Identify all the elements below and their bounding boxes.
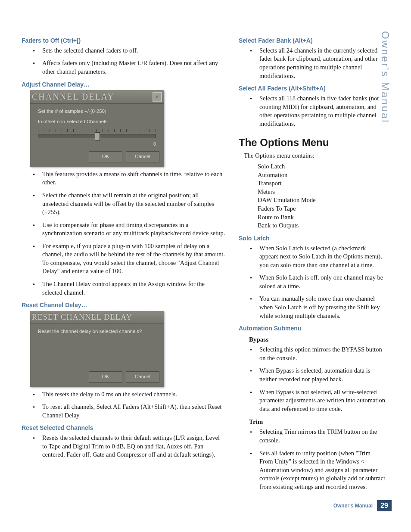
menu-item: Meters — [258, 188, 385, 196]
list-item: When Bypass is selected, automation data… — [247, 367, 385, 383]
dialog-channel-delay: CHANNEL DELAY × Set the # of samples +/-… — [30, 90, 164, 166]
cancel-button[interactable]: Cancel — [126, 371, 159, 383]
list-bypass: Selecting this option mirrors the BYPASS… — [239, 345, 385, 413]
list-item: Select the channels that will remain at … — [30, 191, 226, 217]
options-menu-list: Solo Latch Automation Transport Meters D… — [258, 162, 385, 230]
list-item: Selects all 118 channels in five fader b… — [247, 94, 385, 128]
heading-faders-to-off: Faders to Off (Ctrl+[) — [22, 37, 226, 45]
list-item: Sets all faders to unity position (when … — [247, 449, 385, 492]
list-item: When Bypass is not selected, all write-s… — [247, 388, 385, 414]
page-content: Faders to Off (Ctrl+[) Sets the selected… — [0, 0, 411, 517]
ok-button[interactable]: OK — [89, 151, 122, 162]
heading-adjust-channel-delay: Adjust Channel Delay… — [22, 81, 226, 89]
slider-value: 0 — [38, 141, 156, 147]
heading-select-fader-bank: Select Fader Bank (Alt+A) — [239, 37, 385, 45]
subheading-bypass: Bypass — [249, 335, 385, 344]
dialog-title: CHANNEL DELAY — [32, 91, 115, 103]
cancel-button[interactable]: Cancel — [126, 151, 159, 162]
list-reset-selected-channels: Resets the selected channels to their de… — [22, 434, 226, 459]
dialog-reset-channel-delay: RESET CHANNEL DELAY Reset the channel de… — [30, 311, 164, 386]
dialog-message-line: Set the # of samples +/-(0-250) — [38, 108, 156, 115]
heading-reset-channel-delay: Reset Channel Delay… — [22, 301, 226, 309]
footer-label: Owner's Manual — [333, 502, 373, 509]
dialog-message-line: Reset the channel delay on selected chan… — [38, 328, 156, 335]
menu-item: Automation — [258, 171, 385, 180]
right-column: Select Fader Bank (Alt+A) Selects all 24… — [239, 32, 385, 495]
list-item: To reset all channels, Select All Faders… — [30, 403, 226, 420]
options-intro: The Options menu contains: — [244, 152, 385, 160]
list-item: When Solo Latch is selected (a checkmark… — [247, 244, 385, 270]
heading-automation-submenu: Automation Submenu — [239, 324, 385, 333]
list-item: Selecting Trim mirrors the TRIM button o… — [247, 428, 385, 445]
list-item: Use to compensate for phase and timing d… — [30, 221, 226, 238]
list-item: For example, if you place a plug-in with… — [30, 242, 226, 276]
list-item: Sets the selected channel faders to off. — [30, 47, 226, 55]
list-select-all-faders: Selects all 118 channels in five fader b… — [239, 94, 385, 128]
menu-item: Route to Bank — [258, 213, 385, 222]
page-footer: Owner's Manual 29 — [333, 500, 392, 511]
close-icon[interactable]: × — [153, 92, 162, 102]
slider-thumb[interactable] — [95, 132, 100, 141]
ok-button[interactable]: OK — [89, 371, 122, 383]
menu-item: Solo Latch — [258, 162, 385, 171]
list-item: This features provides a means to shift … — [30, 170, 226, 187]
list-select-fader-bank: Selects all 24 channels in the currently… — [239, 47, 385, 80]
dialog-titlebar: CHANNEL DELAY × — [30, 90, 164, 104]
list-adjust-channel-delay: This features provides a means to shift … — [22, 170, 226, 297]
list-item: Affects faders only (including Master L/… — [30, 59, 226, 76]
list-item: This resets the delay to 0 ms on the sel… — [30, 390, 226, 399]
dialog-title: RESET CHANNEL DELAY — [32, 312, 132, 323]
subheading-trim: Trim — [249, 417, 385, 426]
heading-solo-latch: Solo Latch — [239, 234, 385, 243]
list-item: Resets the selected channels to their de… — [30, 434, 226, 459]
dialog-titlebar: RESET CHANNEL DELAY — [30, 311, 164, 324]
list-item: When Solo Latch is off, only one channel… — [247, 274, 385, 290]
list-item: Selecting this option mirrors the BYPASS… — [247, 345, 385, 362]
delay-slider[interactable] — [38, 129, 156, 140]
list-solo-latch: When Solo Latch is selected (a checkmark… — [239, 244, 385, 320]
heading-select-all-faders: Select All Faders (Alt+Shift+A) — [239, 84, 385, 93]
left-column: Faders to Off (Ctrl+[) Sets the selected… — [22, 32, 226, 495]
list-faders-to-off: Sets the selected channel faders to off.… — [22, 47, 226, 76]
dialog-message-line: to offset non-selected Channels — [38, 118, 156, 125]
list-trim: Selecting Trim mirrors the TRIM button o… — [239, 428, 385, 491]
menu-item: Bank to Outputs — [258, 221, 385, 230]
list-item: You can manually solo more than one chan… — [247, 295, 385, 320]
list-item: The Channel Delay control appears in the… — [30, 280, 226, 297]
list-item: Selects all 24 channels in the currently… — [247, 47, 385, 80]
heading-options-menu: The Options Menu — [239, 136, 385, 149]
page-number: 29 — [377, 500, 392, 511]
menu-item: Transport — [258, 179, 385, 188]
heading-reset-selected-channels: Reset Selected Channels — [22, 424, 226, 432]
list-reset-channel-delay: This resets the delay to 0 ms on the sel… — [22, 390, 226, 420]
menu-item: DAW Emulation Mode — [258, 196, 385, 205]
menu-item: Faders To Tape — [258, 205, 385, 213]
